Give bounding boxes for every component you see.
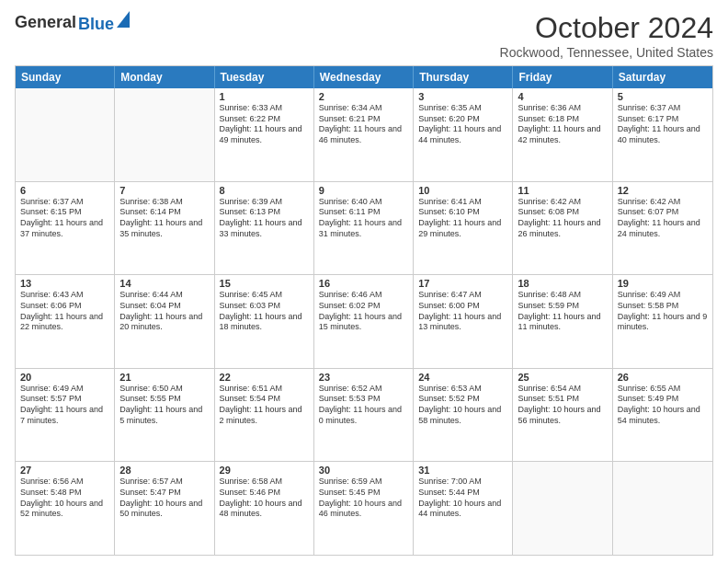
day-cell-11: 11Sunrise: 6:42 AM Sunset: 6:08 PM Dayli… [513, 182, 612, 275]
day-number: 30 [319, 465, 408, 476]
weekday-header-monday: Monday [115, 66, 214, 88]
logo-blue-text: Blue [78, 15, 114, 34]
title-block: October 2024 Rockwood, Tennessee, United… [500, 11, 713, 60]
day-number: 12 [618, 185, 708, 196]
empty-cell-r0c0 [16, 88, 115, 181]
day-cell-21: 21Sunrise: 6:50 AM Sunset: 5:55 PM Dayli… [115, 369, 214, 462]
calendar: SundayMondayTuesdayWednesdayThursdayFrid… [15, 65, 713, 556]
day-cell-8: 8Sunrise: 6:39 AM Sunset: 6:13 PM Daylig… [215, 182, 314, 275]
day-number: 6 [20, 185, 109, 196]
day-info: Sunrise: 6:59 AM Sunset: 5:45 PM Dayligh… [319, 477, 408, 520]
day-info: Sunrise: 6:47 AM Sunset: 6:00 PM Dayligh… [418, 290, 507, 333]
logo: General Blue [15, 11, 130, 34]
day-cell-20: 20Sunrise: 6:49 AM Sunset: 5:57 PM Dayli… [16, 369, 115, 462]
day-info: Sunrise: 6:37 AM Sunset: 6:17 PM Dayligh… [618, 103, 708, 146]
day-cell-29: 29Sunrise: 6:58 AM Sunset: 5:46 PM Dayli… [215, 462, 314, 555]
calendar-row-2: 13Sunrise: 6:43 AM Sunset: 6:06 PM Dayli… [16, 274, 712, 368]
day-number: 3 [418, 91, 507, 102]
day-info: Sunrise: 6:49 AM Sunset: 5:57 PM Dayligh… [20, 384, 109, 427]
day-cell-17: 17Sunrise: 6:47 AM Sunset: 6:00 PM Dayli… [414, 275, 513, 368]
day-info: Sunrise: 6:45 AM Sunset: 6:03 PM Dayligh… [220, 290, 309, 333]
day-cell-26: 26Sunrise: 6:55 AM Sunset: 5:49 PM Dayli… [613, 369, 712, 462]
day-cell-15: 15Sunrise: 6:45 AM Sunset: 6:03 PM Dayli… [215, 275, 314, 368]
day-number: 7 [119, 185, 209, 196]
day-info: Sunrise: 6:55 AM Sunset: 5:49 PM Dayligh… [618, 384, 708, 427]
day-number: 28 [119, 465, 209, 476]
calendar-header: SundayMondayTuesdayWednesdayThursdayFrid… [16, 66, 712, 88]
day-info: Sunrise: 7:00 AM Sunset: 5:44 PM Dayligh… [418, 477, 507, 520]
day-cell-16: 16Sunrise: 6:46 AM Sunset: 6:02 PM Dayli… [314, 275, 414, 368]
weekday-header-wednesday: Wednesday [314, 66, 414, 88]
day-cell-23: 23Sunrise: 6:52 AM Sunset: 5:53 PM Dayli… [314, 369, 414, 462]
page: General Blue October 2024 Rockwood, Tenn… [0, 0, 728, 563]
day-info: Sunrise: 6:36 AM Sunset: 6:18 PM Dayligh… [518, 103, 607, 146]
day-cell-31: 31Sunrise: 7:00 AM Sunset: 5:44 PM Dayli… [414, 462, 513, 555]
calendar-body: 1Sunrise: 6:33 AM Sunset: 6:22 PM Daylig… [16, 88, 712, 555]
day-number: 11 [518, 185, 607, 196]
day-number: 25 [518, 372, 607, 383]
day-number: 5 [618, 91, 708, 102]
day-cell-5: 5Sunrise: 6:37 AM Sunset: 6:17 PM Daylig… [613, 88, 712, 181]
day-number: 13 [20, 278, 109, 289]
weekday-header-thursday: Thursday [414, 66, 513, 88]
day-number: 17 [418, 278, 507, 289]
day-number: 2 [319, 91, 408, 102]
day-number: 31 [418, 465, 507, 476]
day-number: 29 [220, 465, 309, 476]
calendar-row-1: 6Sunrise: 6:37 AM Sunset: 6:15 PM Daylig… [16, 181, 712, 275]
weekday-header-tuesday: Tuesday [215, 66, 314, 88]
day-info: Sunrise: 6:35 AM Sunset: 6:20 PM Dayligh… [418, 103, 507, 146]
day-number: 15 [220, 278, 309, 289]
day-cell-9: 9Sunrise: 6:40 AM Sunset: 6:11 PM Daylig… [314, 182, 414, 275]
day-cell-13: 13Sunrise: 6:43 AM Sunset: 6:06 PM Dayli… [16, 275, 115, 368]
day-cell-25: 25Sunrise: 6:54 AM Sunset: 5:51 PM Dayli… [513, 369, 612, 462]
calendar-row-3: 20Sunrise: 6:49 AM Sunset: 5:57 PM Dayli… [16, 368, 712, 462]
day-info: Sunrise: 6:39 AM Sunset: 6:13 PM Dayligh… [220, 197, 309, 240]
calendar-row-0: 1Sunrise: 6:33 AM Sunset: 6:22 PM Daylig… [16, 88, 712, 181]
logo-triangle-icon [117, 11, 130, 28]
day-cell-19: 19Sunrise: 6:49 AM Sunset: 5:58 PM Dayli… [613, 275, 712, 368]
day-cell-6: 6Sunrise: 6:37 AM Sunset: 6:15 PM Daylig… [16, 182, 115, 275]
day-info: Sunrise: 6:48 AM Sunset: 5:59 PM Dayligh… [518, 290, 607, 333]
day-info: Sunrise: 6:46 AM Sunset: 6:02 PM Dayligh… [319, 290, 408, 333]
day-cell-27: 27Sunrise: 6:56 AM Sunset: 5:48 PM Dayli… [16, 462, 115, 555]
day-info: Sunrise: 6:37 AM Sunset: 6:15 PM Dayligh… [20, 197, 109, 240]
svg-marker-0 [117, 11, 130, 28]
day-info: Sunrise: 6:42 AM Sunset: 6:07 PM Dayligh… [618, 197, 708, 240]
day-info: Sunrise: 6:43 AM Sunset: 6:06 PM Dayligh… [20, 290, 109, 333]
day-cell-22: 22Sunrise: 6:51 AM Sunset: 5:54 PM Dayli… [215, 369, 314, 462]
day-cell-28: 28Sunrise: 6:57 AM Sunset: 5:47 PM Dayli… [115, 462, 214, 555]
day-cell-10: 10Sunrise: 6:41 AM Sunset: 6:10 PM Dayli… [414, 182, 513, 275]
day-cell-24: 24Sunrise: 6:53 AM Sunset: 5:52 PM Dayli… [414, 369, 513, 462]
empty-cell-r0c1 [115, 88, 214, 181]
day-info: Sunrise: 6:50 AM Sunset: 5:55 PM Dayligh… [119, 384, 209, 427]
day-number: 1 [220, 91, 309, 102]
day-number: 19 [618, 278, 708, 289]
day-cell-1: 1Sunrise: 6:33 AM Sunset: 6:22 PM Daylig… [215, 88, 314, 181]
day-info: Sunrise: 6:53 AM Sunset: 5:52 PM Dayligh… [418, 384, 507, 427]
day-cell-4: 4Sunrise: 6:36 AM Sunset: 6:18 PM Daylig… [513, 88, 612, 181]
month-title: October 2024 [500, 11, 713, 45]
day-number: 24 [418, 372, 507, 383]
day-info: Sunrise: 6:33 AM Sunset: 6:22 PM Dayligh… [220, 103, 309, 146]
day-cell-18: 18Sunrise: 6:48 AM Sunset: 5:59 PM Dayli… [513, 275, 612, 368]
day-cell-3: 3Sunrise: 6:35 AM Sunset: 6:20 PM Daylig… [414, 88, 513, 181]
day-cell-14: 14Sunrise: 6:44 AM Sunset: 6:04 PM Dayli… [115, 275, 214, 368]
day-info: Sunrise: 6:51 AM Sunset: 5:54 PM Dayligh… [220, 384, 309, 427]
day-info: Sunrise: 6:34 AM Sunset: 6:21 PM Dayligh… [319, 103, 408, 146]
day-number: 18 [518, 278, 607, 289]
empty-cell-r4c6 [613, 462, 712, 555]
day-number: 27 [20, 465, 109, 476]
day-number: 20 [20, 372, 109, 383]
weekday-header-sunday: Sunday [16, 66, 115, 88]
calendar-row-4: 27Sunrise: 6:56 AM Sunset: 5:48 PM Dayli… [16, 461, 712, 555]
day-info: Sunrise: 6:38 AM Sunset: 6:14 PM Dayligh… [119, 197, 209, 240]
weekday-header-saturday: Saturday [613, 66, 712, 88]
day-number: 23 [319, 372, 408, 383]
day-number: 10 [418, 185, 507, 196]
day-number: 16 [319, 278, 408, 289]
day-number: 9 [319, 185, 408, 196]
weekday-header-friday: Friday [513, 66, 612, 88]
day-number: 21 [119, 372, 209, 383]
logo-general-text: General [15, 13, 76, 32]
